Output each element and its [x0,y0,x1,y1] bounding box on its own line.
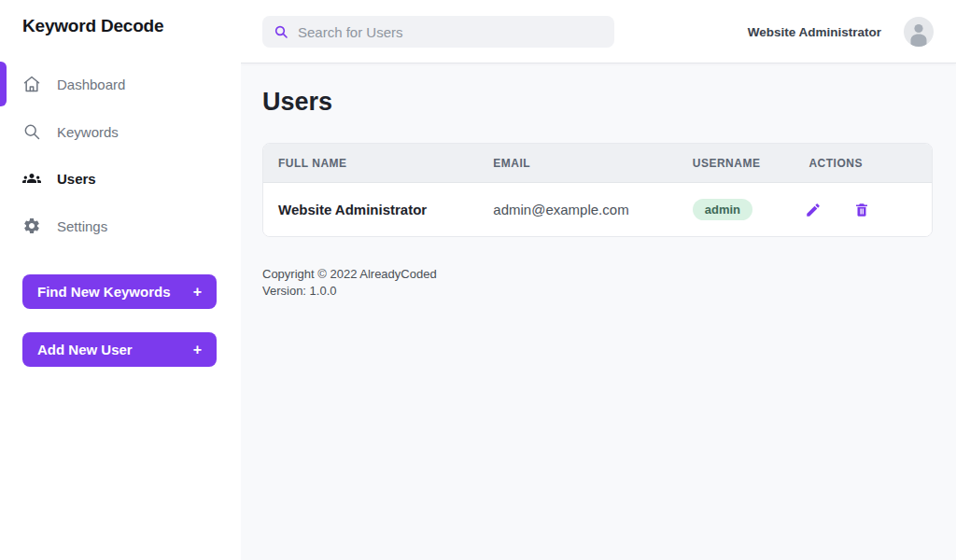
sidebar-item-label: Settings [57,218,107,234]
home-icon [22,75,41,93]
users-icon [22,169,41,188]
column-header-full-name: FULL NAME [263,157,478,170]
edit-user-button[interactable] [805,202,822,218]
cell-username: admin [678,199,794,220]
pencil-icon [805,202,822,218]
plus-icon: + [193,284,202,301]
footer: Copyright © 2022 AlreadyCoded Version: 1… [262,266,437,300]
cell-email: admin@example.com [478,202,677,217]
trash-icon [853,202,870,218]
add-new-user-label: Add New User [37,342,133,357]
plus-icon: + [193,342,202,358]
sidebar-item-keywords[interactable]: Keywords [0,108,241,155]
topbar: Website Administrator [241,0,956,63]
add-new-user-button[interactable]: Add New User + [22,332,217,367]
find-new-keywords-label: Find New Keywords [37,284,171,300]
search-box [262,16,614,48]
users-table: FULL NAME EMAIL USERNAME ACTIONS Website… [262,143,933,237]
sidebar-item-settings[interactable]: Settings [0,203,241,249]
column-header-email: EMAIL [478,157,677,170]
main-content: Users FULL NAME EMAIL USERNAME ACTIONS W… [241,63,956,560]
cell-full-name: Website Administrator [263,202,478,217]
copyright-text: Copyright © 2022 AlreadyCoded [262,266,437,283]
sidebar-item-users[interactable]: Users [0,155,241,202]
cell-actions [794,202,932,218]
version-text: Version: 1.0.0 [262,283,437,300]
sidebar-item-label: Dashboard [57,77,125,92]
sidebar-item-label: Users [57,171,96,187]
sidebar-item-label: Keywords [57,124,119,140]
search-icon [274,24,288,39]
app-logo: Keyword Decode [22,16,163,36]
gear-icon [22,217,41,235]
search-icon [22,122,41,141]
table-row: Website Administrator admin@example.com … [263,183,932,236]
find-new-keywords-button[interactable]: Find New Keywords + [22,274,217,309]
delete-user-button[interactable] [853,202,870,218]
page-title: Users [262,88,332,117]
search-input[interactable] [288,16,614,48]
column-header-actions: ACTIONS [794,157,932,170]
avatar[interactable] [904,17,934,47]
sidebar: Keyword Decode Dashboard Keywords Users … [0,0,241,560]
table-header-row: FULL NAME EMAIL USERNAME ACTIONS [263,144,932,183]
username-badge: admin [693,199,752,220]
column-header-username: USERNAME [678,157,794,170]
topbar-user-area: Website Administrator [748,0,934,63]
topbar-username: Website Administrator [748,25,881,39]
sidebar-item-dashboard[interactable]: Dashboard [0,61,241,107]
